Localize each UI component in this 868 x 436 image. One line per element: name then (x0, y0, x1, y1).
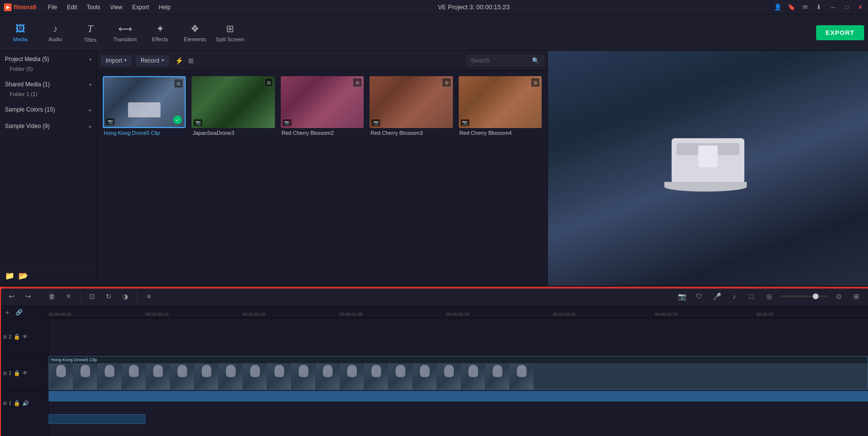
link-button[interactable]: 🔗 (15, 308, 23, 317)
ruler-mark-0: 00:00:00:00 (48, 312, 72, 317)
app-name: filmora9 (14, 4, 36, 11)
maximize-button[interactable]: □ (843, 3, 851, 11)
bookmark-icon[interactable]: 🔖 (787, 2, 796, 12)
menu-bar: File Edit Tools View Export Help (44, 3, 175, 12)
menu-help[interactable]: Help (155, 3, 175, 12)
clip-frame-14 (364, 363, 388, 389)
filter-icon[interactable]: ⚡ (175, 57, 183, 65)
media-label-cherry4: Red Cherry Blossom4 (459, 130, 542, 136)
tool-effects-label: Effects (152, 36, 168, 42)
caption-icon[interactable]: □ (745, 290, 758, 303)
tool-media[interactable]: 🖼 Media (4, 18, 37, 47)
timeline-section: ↩ ↪ 🗑 ✕ ⊡ ↻ ◑ ≡ 📷 🛡 🎤 ♪ □ ◎ ⊙ ⊞ + (0, 286, 868, 436)
microphone-icon[interactable]: 🎤 (710, 290, 723, 303)
menu-view[interactable]: View (106, 3, 127, 12)
tool-split-screen[interactable]: ⊞ Split Screen (213, 18, 246, 47)
camera-record-icon[interactable]: 📷 (675, 290, 689, 303)
waveform-clip[interactable] (48, 414, 145, 424)
tool-audio[interactable]: ♪ Audio (39, 18, 72, 47)
sample-video-label: Sample Video (9) (5, 123, 50, 129)
tool-elements[interactable]: ❖ Elements (178, 18, 211, 47)
audio-track-volume-icon[interactable]: 🔊 (22, 400, 29, 406)
tool-audio-label: Audio (48, 36, 62, 42)
clip-frame-7 (194, 363, 219, 389)
track-1-grid-icon: ⊞ (3, 371, 7, 376)
zoom-track[interactable] (780, 295, 828, 297)
sample-video-chevron: ▸ (89, 124, 92, 129)
sample-colors-label: Sample Colors (15) (5, 106, 55, 113)
shared-media-header[interactable]: Shared Media (1) ▾ (0, 79, 96, 90)
sample-colors-header[interactable]: Sample Colors (15) ▸ (0, 104, 96, 115)
search-icon[interactable]: 🔍 (532, 57, 539, 64)
audio-eq-button[interactable]: ≡ (142, 290, 156, 303)
zoom-thumb[interactable] (813, 293, 819, 299)
close-button[interactable]: ✕ (856, 3, 864, 11)
search-input[interactable] (471, 57, 529, 64)
crop-button[interactable]: ⊡ (85, 290, 99, 303)
track-2-lock-icon[interactable]: 🔒 (14, 334, 20, 340)
minimize-button[interactable]: ─ (829, 3, 837, 11)
export-button[interactable]: EXPORT (816, 25, 864, 40)
sample-colors-section: Sample Colors (15) ▸ (0, 101, 96, 118)
grid-view-icon[interactable]: ⊞ (188, 57, 194, 65)
add-media-folder-icon[interactable]: 📁 (5, 271, 15, 280)
project-media-header[interactable]: Project Media (5) ▾ (0, 54, 96, 65)
title-bar-right: 👤 🔖 ✉ ⬇ ─ □ ✕ (773, 2, 864, 12)
music-icon[interactable]: ♪ (727, 290, 741, 303)
camera-icon-hk: 📷 (106, 118, 114, 125)
track-2-eye-icon[interactable]: 👁 (22, 334, 28, 339)
video-clip-hk[interactable]: Hong Kong Drone5 Clip (48, 356, 868, 390)
menu-edit[interactable]: Edit (63, 3, 81, 12)
folder-icon[interactable]: 📂 (18, 271, 28, 280)
clip-frame-20 (510, 363, 534, 389)
title-bar-left: ▶ filmora9 File Edit Tools View Export H… (4, 3, 175, 12)
shield-icon[interactable]: 🛡 (692, 290, 706, 303)
import-button[interactable]: Import ▾ (101, 55, 132, 66)
download-icon[interactable]: ⬇ (814, 2, 823, 12)
folder-item[interactable]: Folder (5) (0, 65, 96, 73)
folder1-item[interactable]: Folder 1 (1) (0, 90, 96, 98)
tool-titles[interactable]: T Titles (74, 18, 107, 47)
target-icon[interactable]: ◎ (762, 290, 776, 303)
title-bar: ▶ filmora9 File Edit Tools View Export H… (0, 0, 868, 15)
menu-export[interactable]: Export (129, 3, 153, 12)
record-button[interactable]: Record ▾ (136, 55, 169, 66)
delete-button[interactable]: 🗑 (45, 290, 59, 303)
tool-transition-label: Transition (113, 36, 137, 42)
rotation-button[interactable]: ↻ (102, 290, 115, 303)
grid-options-icon[interactable]: ⊞ (850, 290, 863, 303)
clip-frame-2 (73, 363, 97, 389)
timeline-ruler[interactable]: 00:00:00:00 00:00:00:10 00:00:00:20 00:0… (48, 306, 868, 318)
add-track-button[interactable]: + (3, 308, 12, 317)
cut-button[interactable]: ✕ (62, 290, 75, 303)
menu-file[interactable]: File (44, 3, 61, 12)
media-label-cherry2: Red Cherry Blossom2 (281, 130, 364, 136)
clip-frame-12 (316, 363, 340, 389)
audio-track-content (48, 402, 868, 426)
timeline-toolbar: ↩ ↪ 🗑 ✕ ⊡ ↻ ◑ ≡ 📷 🛡 🎤 ♪ □ ◎ ⊙ ⊞ (0, 287, 868, 306)
redo-button[interactable]: ↪ (21, 290, 35, 303)
media-thumb-hk: ⊞ 📷 ✓ (103, 76, 186, 128)
tool-media-label: Media (13, 36, 28, 42)
tool-effects[interactable]: ✦ Effects (144, 18, 177, 47)
media-label-cherry3: Red Cherry Blossom3 (370, 130, 452, 136)
mail-icon[interactable]: ✉ (800, 2, 810, 12)
user-icon[interactable]: 👤 (773, 2, 783, 12)
transition-icon: ⟷ (118, 23, 132, 34)
track-1-lock-icon[interactable]: 🔒 (14, 370, 20, 376)
audio-track-lock-icon[interactable]: 🔒 (14, 400, 20, 406)
track-1-eye-icon[interactable]: 👁 (22, 370, 28, 376)
color-button[interactable]: ◑ (118, 290, 132, 303)
tool-transition[interactable]: ⟷ Transition (109, 18, 142, 47)
clip-frame-4 (122, 363, 146, 389)
zoom-reset-icon[interactable]: ⊙ (832, 290, 846, 303)
undo-button[interactable]: ↩ (5, 290, 18, 303)
menu-tools[interactable]: Tools (83, 3, 104, 12)
timeline-content: + 🔗 ⊞ 2 🔒 👁 ⊞ 1 🔒 👁 ⊞ 1 🔒 � (0, 306, 868, 436)
shared-media-label: Shared Media (1) (5, 81, 50, 88)
camera-icon-cherry3: 📷 (371, 119, 380, 126)
toolbar-divider-2 (80, 291, 80, 301)
sample-video-header[interactable]: Sample Video (9) ▸ (0, 121, 96, 131)
ruler-mark-200: 00:00:02:00 (553, 312, 576, 317)
clip-frame-18 (461, 363, 485, 389)
